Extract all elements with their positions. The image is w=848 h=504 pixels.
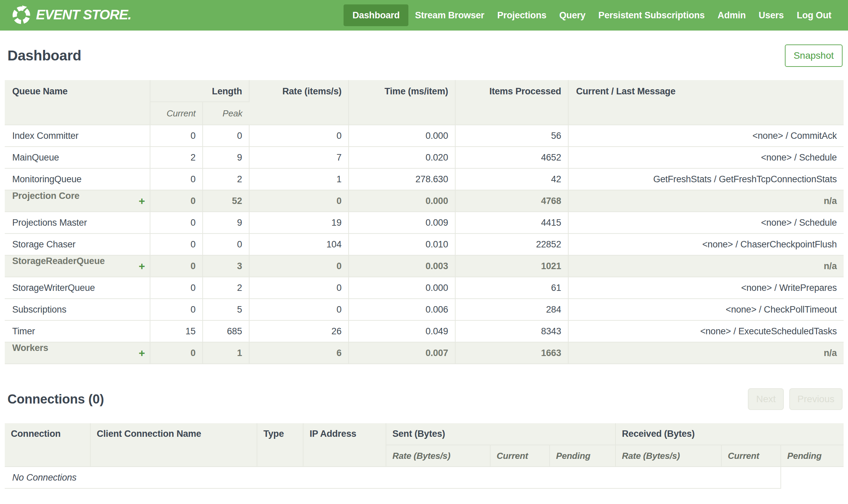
queue-name: Workers: [12, 343, 48, 353]
queue-name: StorageReaderQueue: [12, 256, 105, 266]
col-sent-rate: Rate (Bytes/s): [386, 445, 490, 467]
queue-cell-time: 0.020: [349, 147, 455, 168]
queue-cell-items: 4415: [455, 212, 568, 234]
queue-name: Storage Chaser: [12, 239, 75, 250]
queue-cell-peak: 9: [203, 147, 249, 168]
queue-cell-peak: 5: [203, 299, 249, 320]
connections-head: Connections (0) Next Previous: [5, 388, 843, 410]
queue-name: StorageWriterQueue: [12, 283, 95, 293]
snapshot-button[interactable]: Snapshot: [785, 44, 843, 67]
no-connections-row: No Connections: [5, 467, 844, 488]
queue-cell-current: 2: [150, 147, 203, 168]
queue-cell-current: 0: [150, 190, 203, 212]
nav-item-persistent-subscriptions[interactable]: Persistent Subscriptions: [592, 4, 711, 26]
brand: EVENT STORE.: [12, 5, 131, 25]
col-sent-bytes: Sent (Bytes): [386, 423, 615, 445]
eventstore-logo-icon: [12, 5, 31, 25]
queue-cell-items: 284: [455, 299, 568, 320]
nav-item-users[interactable]: Users: [752, 4, 790, 26]
queue-cell-time: 0.009: [349, 212, 455, 234]
queue-cell-time: 0.010: [349, 234, 455, 255]
queue-cell-items: 4768: [455, 190, 568, 212]
queue-name: MonitoringQueue: [12, 174, 82, 184]
queue-cell-rate: 7: [249, 147, 349, 168]
expand-icon[interactable]: +: [139, 343, 145, 363]
queue-row: Projections Master09190.0094415<none> / …: [5, 212, 844, 234]
queue-cell-items: 1663: [455, 342, 568, 364]
queue-row: Subscriptions0500.006284<none> / CheckPo…: [5, 299, 844, 320]
queue-cell-time: 0.003: [349, 255, 455, 277]
connections-title: Connections (0): [5, 392, 104, 407]
queue-cell-rate: 1: [249, 168, 349, 190]
queue-cell-message: <none> / CommitAck: [568, 125, 844, 147]
queue-cell-current: 0: [150, 342, 203, 364]
ghost-cell: [781, 467, 844, 488]
page-head: Dashboard Snapshot: [5, 43, 843, 69]
col-length-current: Current: [150, 102, 203, 125]
queue-cell-current: 0: [150, 234, 203, 255]
queue-name-cell: Timer: [5, 320, 150, 342]
queue-cell-rate: 19: [249, 212, 349, 234]
queue-cell-rate: 0: [249, 277, 349, 299]
expand-icon[interactable]: +: [139, 256, 145, 276]
queue-name-cell: Storage Chaser: [5, 234, 150, 255]
queue-cell-peak: 2: [203, 168, 249, 190]
queue-cell-message: <none> / WritePrepares: [568, 277, 844, 299]
queue-name: Subscriptions: [12, 304, 66, 314]
queue-cell-rate: 6: [249, 342, 349, 364]
main-content: Dashboard Snapshot Queue Name Length Rat…: [0, 43, 848, 489]
queue-cell-items: 61: [455, 277, 568, 299]
expand-icon[interactable]: +: [139, 191, 145, 211]
queue-cell-current: 0: [150, 277, 203, 299]
queue-row: Storage Chaser001040.01022852<none> / Ch…: [5, 234, 844, 255]
queue-row: Index Committer0000.00056<none> / Commit…: [5, 125, 844, 147]
brand-name: EVENT STORE.: [36, 7, 131, 24]
nav-item-stream-browser[interactable]: Stream Browser: [409, 4, 490, 26]
queue-cell-rate: 0: [249, 190, 349, 212]
previous-button[interactable]: Previous: [789, 388, 843, 410]
queue-name-cell: StorageWriterQueue: [5, 277, 150, 299]
col-type: Type: [257, 423, 303, 467]
navbar: EVENT STORE. DashboardStream BrowserProj…: [0, 0, 848, 31]
queue-name-cell: +Projection Core: [5, 190, 150, 212]
queue-cell-peak: 2: [203, 277, 249, 299]
col-queue-name: Queue Name: [5, 80, 150, 125]
col-received-pending: Pending: [781, 445, 844, 467]
nav-item-dashboard[interactable]: Dashboard: [344, 4, 409, 26]
col-message: Current / Last Message: [568, 80, 844, 125]
queue-name-cell: MonitoringQueue: [5, 168, 150, 190]
queue-name: MainQueue: [12, 152, 59, 163]
pager: Next Previous: [748, 388, 843, 410]
queue-cell-time: 0.007: [349, 342, 455, 364]
queue-name: Timer: [12, 326, 35, 336]
nav-item-query[interactable]: Query: [553, 4, 592, 26]
queue-cell-current: 0: [150, 125, 203, 147]
queue-row: StorageWriterQueue0200.00061<none> / Wri…: [5, 277, 844, 299]
queue-cell-current: 0: [150, 255, 203, 277]
queue-cell-time: 0.000: [349, 190, 455, 212]
next-button[interactable]: Next: [748, 388, 784, 410]
nav-item-admin[interactable]: Admin: [711, 4, 752, 26]
col-received-current: Current: [721, 445, 781, 467]
col-client-connection-name: Client Connection Name: [90, 423, 257, 467]
queue-cell-current: 15: [150, 320, 203, 342]
queue-row: +Projection Core05200.0004768n/a: [5, 190, 844, 212]
queue-cell-message: n/a: [568, 255, 844, 277]
connections-table-header: Connection Client Connection Name Type I…: [5, 423, 844, 467]
queue-cell-message: <none> / Schedule: [568, 147, 844, 168]
nav-item-log-out[interactable]: Log Out: [790, 4, 838, 26]
nav-item-projections[interactable]: Projections: [491, 4, 553, 26]
queue-cell-rate: 0: [249, 299, 349, 320]
page-title: Dashboard: [5, 48, 82, 64]
col-received-bytes: Received (Bytes): [615, 423, 844, 445]
queue-cell-time: 0.000: [349, 125, 455, 147]
queue-name: Projections Master: [12, 218, 87, 228]
queue-cell-message: n/a: [568, 342, 844, 364]
queue-cell-message: GetFreshStats / GetFreshTcpConnectionSta…: [568, 168, 844, 190]
queue-cell-message: <none> / ExecuteScheduledTasks: [568, 320, 844, 342]
col-length-peak: Peak: [203, 102, 249, 125]
queue-name-cell: Subscriptions: [5, 299, 150, 320]
queue-table: Queue Name Length Rate (items/s) Time (m…: [5, 80, 844, 364]
queue-cell-message: n/a: [568, 190, 844, 212]
queue-cell-message: <none> / CheckPollTimeout: [568, 299, 844, 320]
